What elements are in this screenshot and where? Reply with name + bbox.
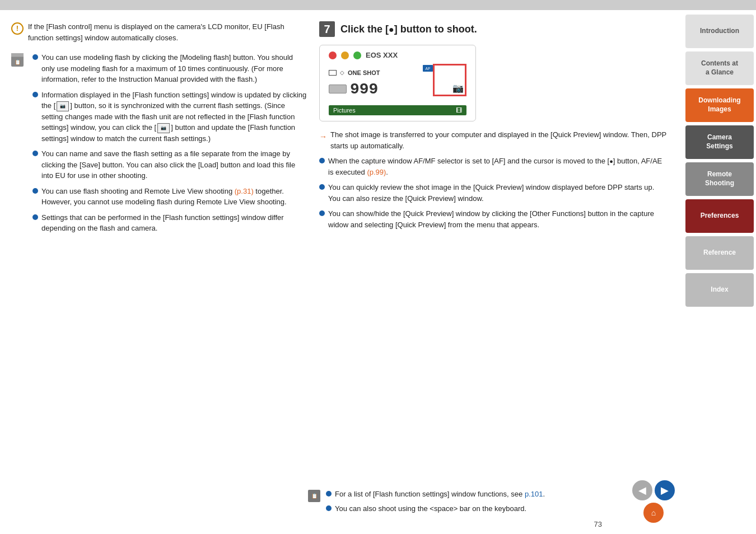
cam-row1: ◇ ONE SHOT [329,69,380,76]
left-section: ! If the [Flash control] menu is display… [11,21,308,246]
cam-left-controls: ◇ ONE SHOT 999 [329,69,380,98]
cam-dot-red [329,51,337,59]
step-title: Click the [●] button to shoot. [340,24,477,35]
bullet-dot [32,54,38,60]
right-bullet-list: → The shot image is transferred to your … [319,129,666,230]
sidebar: Introduction Contents at a Glance Downlo… [683,10,756,534]
bottom-bullets: For a list of [Flash function settings] … [326,489,545,517]
bullet-dot [326,491,332,496]
bullet-text: Settings that can be performed in the [F… [41,212,308,234]
bullet-text: The shot image is transferred to your co… [330,129,666,151]
bullet-dot [319,184,325,190]
cam-rect [329,70,337,76]
bullet-list: You can use modeling flash by clicking t… [32,52,308,238]
sidebar-item-index[interactable]: Index [685,273,754,307]
top-border [0,0,756,10]
link-p99[interactable]: (p.99) [367,168,386,176]
right-section: 7 Click the [●] button to shoot. EOS XXX… [319,21,666,230]
bottom-section: 📋 For a list of [Flash function settings… [308,489,602,517]
list-item: You can use flash shooting and Remote Li… [32,186,308,208]
cam-chevron: ◇ [340,69,344,76]
list-item: Settings that can be performed in the [F… [32,212,308,234]
arrow-icon: → [319,131,327,143]
bullet-text: When the capture window AF/MF selector i… [328,156,666,177]
cam-camera-icon: 📷 [452,83,464,93]
cam-number: 999 [350,81,378,98]
page-number: 73 [594,520,602,528]
bullet-dot [326,505,332,511]
link-p101[interactable]: p.101 [525,490,543,498]
list-item-arrow: → The shot image is transferred to your … [319,129,666,151]
home-button[interactable]: ⌂ [643,503,664,523]
bullet-text: You can quickly review the shot image in… [328,182,666,204]
sidebar-item-reference[interactable]: Reference [685,236,754,270]
bottom-list-item: You can also shoot using the <space> bar… [326,503,545,514]
note-icon-2: 📋 [308,490,320,502]
warning-box: ! If the [Flash control] menu is display… [11,21,308,43]
bottom-note: 📋 For a list of [Flash function settings… [308,489,602,517]
next-button[interactable]: ▶ [655,480,675,500]
list-item: You can show/hide the [Quick Preview] wi… [319,208,666,230]
cam-red-box: 📷 [433,64,466,96]
bullet-dot [32,214,38,220]
bottom-list-item: For a list of [Flash function settings] … [326,489,545,500]
warning-text: If the [Flash control] menu is displayed… [28,21,308,43]
cam-dot-yellow [341,51,349,59]
step-heading: 7 Click the [●] button to shoot. [319,21,666,37]
cam-tape [329,85,347,93]
sidebar-item-introduction[interactable]: Introduction [685,15,754,48]
prev-button[interactable]: ◀ [632,480,652,500]
bullet-text: You can show/hide the [Quick Preview] wi… [328,208,666,230]
cam-af-badge: AF [423,65,433,72]
bullet-text: Information displayed in the [Flash func… [41,90,308,144]
list-item: You can use modeling flash by clicking t… [32,52,308,85]
cam-pictures-icon: 🎞 [456,107,462,114]
note-icon: 📋 [11,53,24,67]
cam-pictures-bar: Pictures 🎞 [329,105,466,115]
sidebar-item-camera[interactable]: Camera Settings [685,125,754,159]
sidebar-item-preferences[interactable]: Preferences [685,199,754,233]
bullet-dot [319,210,325,216]
sidebar-item-downloading[interactable]: Downloading Images [685,88,754,122]
camera-box: EOS XXX ◇ ONE SHOT 999 [319,45,476,121]
bullet-dot [32,151,38,156]
sidebar-item-contents[interactable]: Contents at a Glance [685,51,754,85]
list-item: When the capture window AF/MF selector i… [319,156,666,177]
cam-pictures-label: Pictures [333,107,356,114]
list-item: You can name and save the flash setting … [32,148,308,181]
bullet-dot [32,188,38,194]
bullet-text: You can name and save the flash setting … [41,148,308,181]
bullet-text: You can use modeling flash by clicking t… [41,52,308,85]
step-number: 7 [319,21,335,37]
nav-arrows: ◀ ▶ ⌂ [632,480,675,523]
camera-top-bar: EOS XXX [329,51,466,59]
one-shot-label: ONE SHOT [348,69,380,76]
sidebar-item-remote[interactable]: Remote Shooting [685,162,754,196]
cam-title: EOS XXX [366,51,398,59]
bottom-note-text-2: You can also shoot using the <space> bar… [335,503,526,514]
list-item: You can quickly review the shot image in… [319,182,666,204]
link-p31[interactable]: (p.31) [235,187,254,195]
arrows-row: ◀ ▶ [632,480,675,500]
bullet-dot [319,158,325,163]
bullet-text: You can use flash shooting and Remote Li… [41,186,287,208]
bullet-dot [32,92,38,97]
main-content: ! If the [Flash control] menu is display… [0,10,683,534]
list-item: Information displayed in the [Flash func… [32,90,308,144]
camera-body: ◇ ONE SHOT 999 AF 📷 [329,64,466,103]
bottom-note-text-1: For a list of [Flash function settings] … [335,489,545,500]
info-section: 📋 You can use modeling flash by clicking… [11,52,308,238]
cam-dot-green [353,51,361,59]
warning-icon: ! [11,22,24,35]
cam-row2: 999 [329,81,380,98]
